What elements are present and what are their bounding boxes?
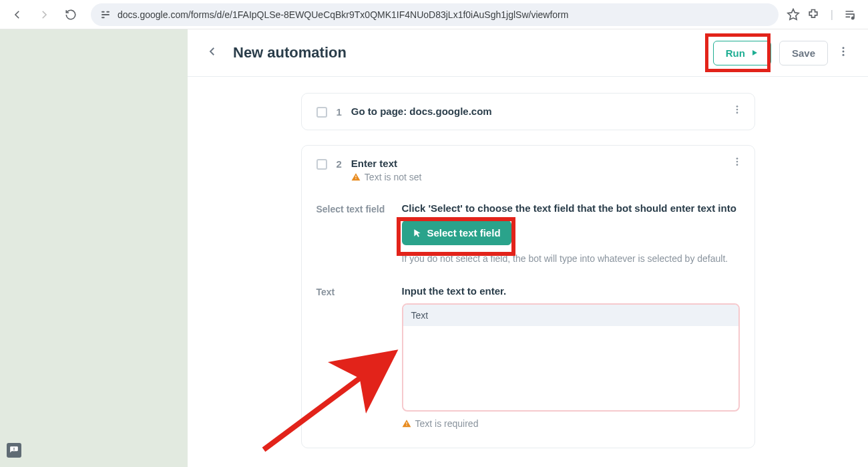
step-warning: Text is not set [351,172,740,182]
step-checkbox[interactable] [316,159,327,170]
chevron-left-icon [206,45,218,57]
warning-icon [351,172,361,182]
browser-toolbar: docs.google.com/forms/d/e/1FAIpQLSe-8EWQ… [0,0,868,29]
step-title: Go to page: docs.google.com [351,106,492,117]
address-bar[interactable]: docs.google.com/forms/d/e/1FAIpQLSe-8EWQ… [91,3,779,26]
field-label-text: Text [316,285,402,429]
svg-rect-3 [101,17,105,18]
page-header: New automation Run Save [188,29,868,77]
select-instruction: Click 'Select' to choose the text field … [402,202,740,214]
svg-point-7 [736,106,738,108]
back-button[interactable] [5,3,29,27]
svg-point-5 [843,51,845,53]
arrow-right-icon [38,9,50,21]
select-text-field-button[interactable]: Select text field [402,220,511,245]
svg-point-10 [736,158,738,160]
svg-rect-0 [101,11,105,12]
save-button[interactable]: Save [779,41,828,65]
svg-point-12 [736,164,738,166]
arrow-left-icon [11,9,23,21]
left-sidebar [0,29,188,467]
text-instruction: Input the text to enter. [402,285,740,297]
warning-icon [402,419,411,428]
reload-icon [65,9,77,21]
play-icon [750,49,758,57]
run-button[interactable]: Run [713,41,771,65]
cursor-icon [413,228,422,238]
reload-button[interactable] [59,3,83,27]
step-checkbox[interactable] [316,107,327,118]
music-queue-icon[interactable] [844,8,857,21]
page-title: New automation [233,44,713,61]
svg-point-11 [736,161,738,163]
text-input[interactable] [403,326,738,408]
run-label: Run [726,47,745,59]
select-hint: If you do not select a field, the bot wi… [402,252,740,265]
step-more-button[interactable] [732,156,742,170]
step-number: 1 [337,106,342,118]
step-title: Enter text [351,158,740,169]
text-input-container: Text [402,303,740,412]
site-settings-icon [100,9,111,20]
svg-point-9 [736,112,738,114]
more-vertical-icon [732,104,742,115]
header-more-button[interactable] [837,45,849,60]
forward-button[interactable] [32,3,56,27]
divider: | [831,9,833,21]
step-card-2: 2 Enter text Text is not set Select text… [301,145,755,448]
feedback-icon[interactable] [7,443,21,458]
svg-point-4 [843,47,845,49]
header-back-button[interactable] [206,45,218,60]
url-text: docs.google.com/forms/d/e/1FAIpQLSe-8EWQ… [118,9,568,20]
text-required-warning: Text is required [402,418,740,429]
more-vertical-icon [732,156,742,167]
svg-point-8 [736,109,738,111]
content-area: 1 Go to page: docs.google.com 2 [188,77,868,463]
step-card-1[interactable]: 1 Go to page: docs.google.com [301,93,755,130]
svg-rect-1 [101,14,110,15]
extensions-icon[interactable] [807,8,820,21]
svg-point-6 [843,54,845,56]
textarea-header: Text [403,305,738,326]
page-body: New automation Run Save 1 [0,29,868,467]
step-number: 2 [337,158,342,170]
step-more-button[interactable] [732,104,742,118]
svg-rect-2 [106,11,110,12]
main-panel: New automation Run Save 1 [188,29,868,467]
chrome-right-controls: | [787,8,863,21]
field-label-select: Select text field [316,202,402,265]
more-vertical-icon [837,45,849,57]
star-icon[interactable] [787,8,800,21]
